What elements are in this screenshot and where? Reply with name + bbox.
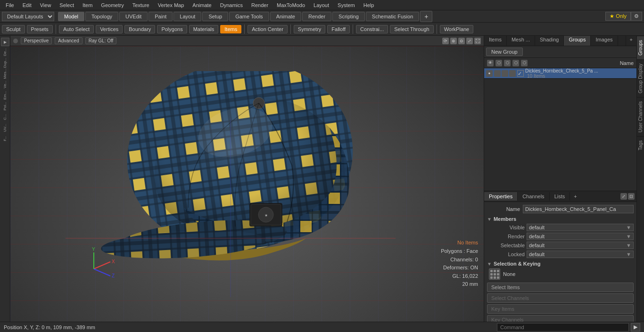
layout-tab-render[interactable]: Render xyxy=(302,12,331,21)
props-tab-lists[interactable]: Lists xyxy=(550,192,570,201)
groups-tab-add[interactable]: + xyxy=(626,36,636,46)
polygons-button[interactable]: Polygons xyxy=(157,25,187,33)
new-group-button[interactable]: New Group xyxy=(486,48,523,56)
expand-icon[interactable]: ⛶ xyxy=(474,38,481,44)
groups-row[interactable]: ● ✓ Dickies_Hornbeck_Check_5_Pa ... 10 I… xyxy=(484,68,636,79)
menu-dynamics[interactable]: Dynamics xyxy=(216,1,247,9)
menu-texture[interactable]: Texture xyxy=(129,1,153,9)
layout-tab-schematic[interactable]: Schematic Fusion xyxy=(366,12,419,21)
props-tab-add[interactable]: + xyxy=(570,192,580,201)
menu-help[interactable]: Help xyxy=(360,1,378,9)
selectable-select[interactable]: default ▼ xyxy=(527,242,634,249)
props-tab-properties[interactable]: Properties xyxy=(484,192,518,201)
sidebar-label-pol: Pol... xyxy=(3,102,7,110)
menu-select[interactable]: Select xyxy=(56,1,78,9)
menu-system[interactable]: System xyxy=(334,1,359,9)
viewport-mode-btn[interactable]: Perspective xyxy=(21,37,52,44)
groups-tabs: Items Mesh ... Shading Groups Images + xyxy=(484,36,636,46)
layout-tab-gametools[interactable]: Game Tools xyxy=(229,12,269,21)
props-expand-icon[interactable]: ⤢ xyxy=(620,193,627,200)
settings-button[interactable]: ⚙ xyxy=(631,12,642,21)
render-select[interactable]: default ▼ xyxy=(527,233,634,240)
zoom-in-icon[interactable]: ⊕ xyxy=(450,38,457,44)
presets-button[interactable]: Presets xyxy=(27,25,53,33)
toolbar-sep-5 xyxy=(437,24,437,34)
vtab-user-channels[interactable]: User Channels xyxy=(637,97,644,136)
select-items-button[interactable]: Select Items xyxy=(487,283,634,292)
layout-tab-paint[interactable]: Paint xyxy=(149,12,173,21)
layout-tab-setup[interactable]: Setup xyxy=(202,12,228,21)
constraints-button[interactable]: Constrai... xyxy=(356,25,388,33)
falloff-button[interactable]: Falloff xyxy=(327,25,350,33)
visible-chevron-icon: ▼ xyxy=(626,225,631,230)
sidebar-top-btn[interactable]: ▶ xyxy=(1,38,9,46)
row-icons xyxy=(494,70,516,77)
groups-tab-images[interactable]: Images xyxy=(591,36,618,46)
locked-select[interactable]: default ▼ xyxy=(527,251,634,258)
tool-bar: Sculpt Presets Auto Select Vertices Boun… xyxy=(0,23,644,36)
materials-button[interactable]: Materials xyxy=(189,25,219,33)
action-center-button[interactable]: Action Center xyxy=(248,25,288,33)
fit-icon[interactable]: ⤢ xyxy=(466,38,473,44)
sidebar-label-uv: UV... xyxy=(3,124,7,132)
viewport[interactable]: Perspective Advanced Ray GL: Off ⟳ ⊕ ⊖ ⤢… xyxy=(10,36,484,322)
visible-value: default xyxy=(529,225,545,230)
layout-tab-topology[interactable]: Topology xyxy=(85,12,118,21)
groups-tab-shading[interactable]: Shading xyxy=(535,36,564,46)
vtab-group-display[interactable]: Group Display xyxy=(637,59,644,97)
key-items-button[interactable]: Key Items xyxy=(487,304,634,314)
layout-tab-scripting[interactable]: Scripting xyxy=(332,12,365,21)
layout-dropdown[interactable]: Default Layouts xyxy=(2,12,54,21)
menu-animate[interactable]: Animate xyxy=(189,1,215,9)
menu-layout[interactable]: Layout xyxy=(310,1,333,9)
viewport-corner-icons: ⟳ ⊕ ⊖ ⤢ ⛶ xyxy=(442,38,481,44)
work-plane-button[interactable]: WorkPlane xyxy=(440,25,474,33)
viewport-shading-btn[interactable]: Advanced xyxy=(55,37,82,44)
props-corner-btns: ⤢ ⊡ xyxy=(620,193,636,200)
layout-tab-add[interactable]: + xyxy=(420,11,432,22)
boundary-button[interactable]: Boundary xyxy=(124,25,155,33)
row-eye-icon[interactable]: ● xyxy=(486,70,493,77)
layout-tab-model[interactable]: Model xyxy=(58,12,84,21)
select-through-button[interactable]: Select Through xyxy=(390,25,433,33)
items-button[interactable]: Items xyxy=(220,25,241,33)
layout-tab-animate[interactable]: Animate xyxy=(270,12,301,21)
command-input[interactable] xyxy=(497,323,629,332)
col-icon-2: ⬡ xyxy=(504,60,511,66)
zoom-out-icon[interactable]: ⊖ xyxy=(458,38,465,44)
svg-line-38 xyxy=(94,262,110,269)
menu-item[interactable]: Item xyxy=(79,1,96,9)
vtab-groups[interactable]: Groups xyxy=(637,36,644,59)
command-execute-button[interactable]: ▶ xyxy=(631,323,640,332)
layout-tab-uvedit[interactable]: UVEdit xyxy=(119,12,148,21)
key-channels-button[interactable]: Key Channels xyxy=(487,315,634,322)
symmetry-button[interactable]: Symmetry xyxy=(294,25,326,33)
groups-tab-groups[interactable]: Groups xyxy=(564,36,591,46)
props-popout-icon[interactable]: ⊡ xyxy=(628,193,635,200)
menu-file[interactable]: File xyxy=(2,1,18,9)
vertices-button[interactable]: Vertices xyxy=(96,25,123,33)
sel-keying-section-header[interactable]: ▼ Selection & Keying xyxy=(487,261,634,267)
menu-render[interactable]: Render xyxy=(248,1,272,9)
rotate-icon[interactable]: ⟳ xyxy=(442,38,449,44)
auto-select-button[interactable]: Auto Select xyxy=(59,25,94,33)
select-channels-button[interactable]: Select Channels xyxy=(487,293,634,303)
sculpt-button[interactable]: Sculpt xyxy=(2,25,25,33)
vtab-tags[interactable]: Tags xyxy=(637,136,644,154)
status-gl: GL: 16,022 xyxy=(441,272,478,281)
row-checkbox[interactable]: ✓ xyxy=(517,70,524,77)
groups-tab-items[interactable]: Items xyxy=(484,36,507,46)
menu-vertex-map[interactable]: Vertex Map xyxy=(154,1,188,9)
menu-edit[interactable]: Edit xyxy=(19,1,35,9)
menu-maxtomodo[interactable]: MaxToModo xyxy=(273,1,309,9)
visible-select[interactable]: default ▼ xyxy=(527,224,634,231)
props-tab-channels[interactable]: Channels xyxy=(518,192,549,201)
viewport-raygl-btn[interactable]: Ray GL: Off xyxy=(85,37,117,44)
name-input[interactable] xyxy=(523,205,634,213)
groups-tab-mesh[interactable]: Mesh ... xyxy=(507,36,535,46)
layout-tab-layout[interactable]: Layout xyxy=(173,12,201,21)
members-section-header[interactable]: ▼ Members xyxy=(487,216,634,222)
menu-geometry[interactable]: Geometry xyxy=(97,1,127,9)
star-only[interactable]: ★ Only xyxy=(605,12,631,21)
menu-view[interactable]: View xyxy=(36,1,55,9)
